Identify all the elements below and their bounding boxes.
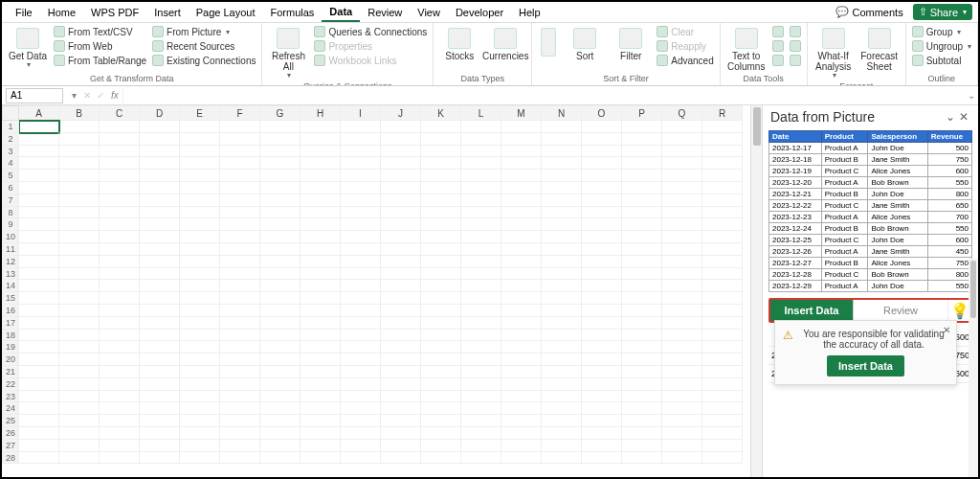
cell[interactable] (220, 354, 260, 366)
cell[interactable] (662, 256, 702, 268)
cell[interactable] (421, 341, 461, 354)
cell[interactable] (59, 146, 100, 158)
cell[interactable] (501, 440, 542, 452)
cell[interactable] (542, 146, 582, 158)
cell[interactable] (301, 292, 341, 305)
cell[interactable] (582, 231, 622, 243)
cell[interactable] (341, 292, 381, 305)
menu-tab-insert[interactable]: Insert (146, 4, 189, 21)
cell[interactable] (501, 402, 542, 415)
cell[interactable] (461, 243, 501, 256)
cell[interactable] (381, 268, 421, 281)
cell[interactable] (582, 354, 622, 366)
cell[interactable] (662, 194, 702, 207)
cell[interactable] (59, 378, 100, 391)
cell[interactable] (381, 402, 421, 415)
cell[interactable] (662, 157, 702, 170)
cell[interactable] (260, 256, 301, 268)
cell[interactable] (301, 121, 341, 133)
cell[interactable] (19, 317, 59, 330)
table-row[interactable]: 2023-12-20Product ABob Brown550 (769, 177, 972, 189)
cell[interactable] (702, 194, 743, 207)
cell[interactable] (301, 402, 341, 415)
review-button[interactable]: Review (853, 300, 947, 321)
cell[interactable] (461, 330, 501, 342)
cell[interactable] (662, 341, 702, 354)
cell[interactable] (180, 366, 220, 378)
cell[interactable] (220, 218, 260, 231)
cell[interactable] (421, 415, 461, 427)
row-header[interactable]: 22 (2, 378, 19, 391)
col-header-I[interactable]: I (341, 105, 381, 121)
row-header[interactable]: 3 (2, 146, 19, 158)
cell[interactable] (301, 391, 341, 403)
cell[interactable] (421, 354, 461, 366)
col-header-B[interactable]: B (59, 105, 100, 121)
cell[interactable] (260, 218, 301, 231)
cell[interactable] (220, 317, 260, 330)
col-header-H[interactable]: H (301, 105, 341, 121)
cell[interactable] (542, 354, 582, 366)
cell[interactable] (501, 305, 542, 317)
cell[interactable] (301, 243, 341, 256)
cell[interactable] (19, 182, 59, 194)
menu-tab-developer[interactable]: Developer (448, 4, 511, 21)
cell[interactable] (19, 341, 59, 354)
cell[interactable] (180, 427, 220, 440)
cell[interactable] (662, 170, 702, 182)
cell[interactable] (381, 121, 421, 133)
cell[interactable] (421, 452, 461, 465)
what-if-button[interactable]: What-If Analysis▾ (813, 25, 854, 80)
enter-formula-button[interactable]: ✓ (94, 90, 107, 101)
cell[interactable] (421, 170, 461, 182)
cell[interactable] (542, 218, 582, 231)
cell[interactable] (662, 133, 702, 146)
cell[interactable] (59, 170, 100, 182)
cell[interactable] (582, 391, 622, 403)
cell[interactable] (220, 402, 260, 415)
grid[interactable]: ABCDEFGHIJKLMNOPQR (19, 105, 750, 477)
cell[interactable] (542, 391, 582, 403)
cell[interactable] (421, 218, 461, 231)
cell[interactable] (702, 231, 743, 243)
table-row[interactable]: 2023-12-21Product BJohn Doe800 (769, 189, 972, 200)
cell[interactable] (662, 231, 702, 243)
cell[interactable] (100, 231, 140, 243)
insert-data-button[interactable]: Insert Data (770, 300, 853, 321)
cell[interactable] (381, 305, 421, 317)
cell[interactable] (702, 440, 743, 452)
get-data-button[interactable]: Get Data▾ (8, 25, 48, 70)
cell[interactable] (702, 133, 743, 146)
col-header-F[interactable]: F (220, 105, 260, 121)
cell[interactable] (622, 452, 662, 465)
cell[interactable] (301, 440, 341, 452)
cell[interactable] (260, 121, 301, 133)
cell[interactable] (461, 207, 501, 219)
cell[interactable] (341, 440, 381, 452)
cell[interactable] (100, 305, 140, 317)
subtotal-button[interactable]: Subtotal (912, 54, 971, 67)
table-row[interactable]: 2023-12-24Product BBob Brown550 (769, 223, 972, 235)
menu-tab-data[interactable]: Data (322, 3, 360, 22)
cell[interactable] (702, 170, 743, 182)
cell[interactable] (461, 170, 501, 182)
cell[interactable] (180, 231, 220, 243)
cell[interactable] (59, 231, 100, 243)
cell[interactable] (59, 354, 100, 366)
col-header-Q[interactable]: Q (662, 105, 702, 121)
cell[interactable] (301, 280, 341, 292)
table-row[interactable]: 2023-12-19Product CAlice Jones600 (769, 166, 972, 177)
cell[interactable] (582, 170, 622, 182)
cell[interactable] (622, 378, 662, 391)
cell[interactable] (622, 391, 662, 403)
row-header[interactable]: 5 (2, 170, 19, 182)
cell[interactable] (702, 341, 743, 354)
cell[interactable] (140, 207, 180, 219)
cell[interactable] (140, 243, 180, 256)
cell[interactable] (100, 256, 140, 268)
cell[interactable] (59, 194, 100, 207)
cell[interactable] (140, 330, 180, 342)
cell[interactable] (702, 182, 743, 194)
cell[interactable] (140, 402, 180, 415)
cell[interactable] (19, 207, 59, 219)
